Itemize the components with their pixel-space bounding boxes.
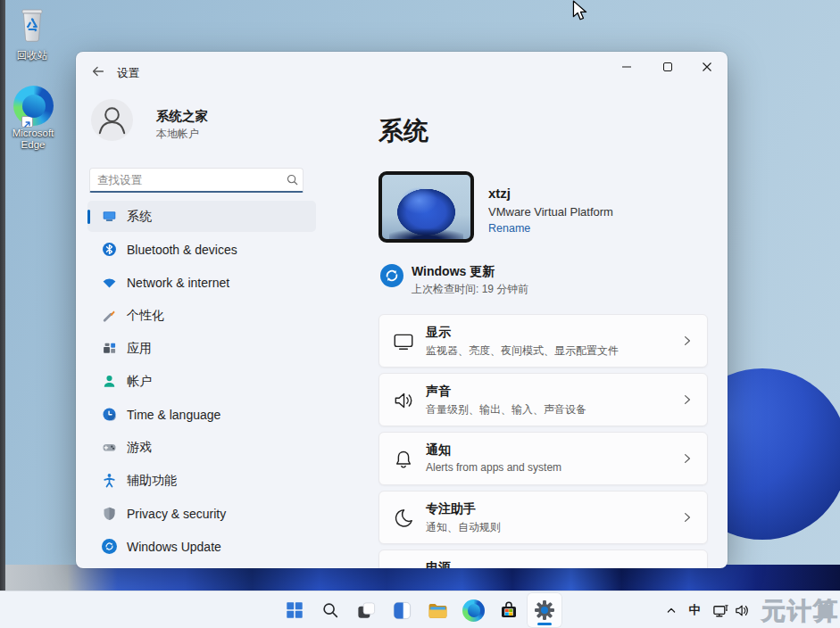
profile-account-type: 本地帐户: [156, 127, 199, 142]
sidebar-item-label: 个性化: [127, 308, 164, 324]
avatar[interactable]: [91, 99, 133, 141]
display-icon: [392, 330, 415, 353]
card-subtitle: Alerts from apps and system: [426, 461, 561, 474]
gaming-icon: [102, 440, 117, 455]
sound-icon: [392, 389, 415, 412]
windows-update-title[interactable]: Windows 更新: [412, 264, 495, 280]
sidebar-item-time-language[interactable]: Time & language: [87, 399, 316, 430]
sidebar-item-accessibility[interactable]: 辅助功能: [87, 465, 316, 496]
desktop-icon-edge[interactable]: Microsoft Edge: [4, 86, 62, 151]
device-image: [378, 171, 474, 243]
taskbar: 中: [0, 591, 840, 628]
profile-name: 系统之家: [156, 108, 208, 125]
search-icon: [281, 173, 303, 186]
page-title: 系统: [378, 114, 428, 148]
window-title: 设置: [117, 66, 139, 81]
sidebar-item-system[interactable]: 系统: [87, 201, 316, 232]
close-button[interactable]: [686, 52, 728, 82]
sidebar-item-label: Network & internet: [127, 276, 229, 290]
windows-update-icon: [380, 264, 403, 287]
network-icon: [102, 275, 117, 290]
desktop-icon-label: 回收站: [3, 50, 62, 62]
device-model: VMware Virtual Platform: [488, 205, 613, 219]
sidebar-item-personalization[interactable]: 个性化: [87, 300, 316, 331]
wallpaper-bloom-strip: [0, 565, 840, 591]
volume-tray-icon[interactable]: [730, 592, 753, 628]
search-input[interactable]: [90, 174, 281, 186]
card-power[interactable]: 电源: [378, 550, 708, 568]
bluetooth-icon: [102, 242, 117, 257]
windows-start-icon: [285, 600, 304, 620]
desktop-icon-label: Microsoft Edge: [5, 128, 61, 151]
card-title: 通知: [426, 442, 451, 459]
person-icon: [100, 122, 124, 133]
back-button[interactable]: [85, 60, 112, 83]
sidebar-item-windows-update[interactable]: Windows Update: [87, 531, 316, 562]
shortcut-arrow-icon: [21, 116, 33, 128]
sidebar-item-network-internet[interactable]: Network & internet: [87, 267, 316, 298]
sidebar-item-label: 应用: [127, 341, 152, 357]
file-explorer-button[interactable]: [420, 592, 455, 628]
chevron-right-icon: [680, 334, 694, 351]
maximize-button[interactable]: [647, 52, 688, 82]
sidebar-item-label: 帐户: [127, 374, 152, 390]
titlebar: 设置: [76, 52, 728, 93]
notifications-bell-icon: [392, 448, 415, 471]
focus-assist-moon-icon: [392, 507, 415, 530]
sidebar-item-label: 系统: [127, 209, 152, 225]
sidebar-item-accounts[interactable]: 帐户: [87, 366, 316, 397]
desktop-icon-recycle-bin[interactable]: 回收站: [3, 7, 62, 62]
store-button[interactable]: [491, 592, 527, 628]
sidebar-item-label: Time & language: [127, 408, 220, 422]
chevron-right-icon: [680, 392, 694, 410]
chevron-right-icon: [680, 451, 694, 469]
edge-button[interactable]: [455, 592, 491, 628]
chevron-right-icon: [680, 510, 694, 528]
card-title: 专注助手: [426, 501, 476, 517]
accounts-icon: [102, 374, 117, 389]
settings-window: 设置 系统之家 本地帐户 系统 Bluetooth & de: [76, 52, 728, 568]
system-icon: [102, 209, 117, 224]
sidebar-item-label: Privacy & security: [127, 507, 226, 521]
settings-button[interactable]: [527, 592, 562, 628]
card-title: 声音: [426, 384, 451, 400]
edge-icon: [13, 86, 54, 126]
settings-search[interactable]: [89, 168, 304, 193]
store-icon: [498, 599, 520, 621]
personalization-icon: [102, 308, 117, 323]
watermark: 元计算: [761, 595, 839, 627]
rename-link[interactable]: Rename: [488, 222, 530, 235]
sidebar-item-label: 辅助功能: [127, 473, 177, 489]
search-icon: [320, 600, 340, 620]
network-tray-icon[interactable]: [709, 592, 732, 628]
apps-icon: [102, 341, 117, 356]
privacy-shield-icon: [102, 506, 117, 521]
widgets-button[interactable]: [384, 592, 420, 628]
device-name: xtzj: [488, 186, 511, 201]
ime-indicator[interactable]: 中: [684, 592, 705, 628]
sidebar-item-apps[interactable]: 应用: [87, 333, 316, 364]
active-app-indicator: [537, 623, 552, 625]
widgets-icon: [392, 600, 412, 621]
task-view-button[interactable]: [348, 592, 384, 628]
card-focus-assist[interactable]: 专注助手 通知、自动规则: [378, 491, 708, 544]
card-sound[interactable]: 声音 音量级别、输出、输入、声音设备: [378, 373, 708, 426]
card-subtitle: 监视器、亮度、夜间模式、显示配置文件: [426, 343, 619, 359]
recycle-bin-icon: [17, 32, 47, 47]
accessibility-icon: [102, 473, 117, 488]
sidebar-item-gaming[interactable]: 游戏: [87, 432, 316, 463]
sidebar-item-label: 游戏: [127, 440, 152, 456]
start-button[interactable]: [277, 592, 312, 628]
card-notifications[interactable]: 通知 Alerts from apps and system: [378, 432, 708, 485]
sidebar-item-bluetooth-devices[interactable]: Bluetooth & devices: [87, 234, 316, 265]
card-subtitle: 音量级别、输出、输入、声音设备: [426, 402, 586, 417]
time-language-icon: [102, 407, 117, 422]
edge-icon: [462, 599, 485, 622]
search-button[interactable]: [312, 592, 348, 628]
card-display[interactable]: 显示 监视器、亮度、夜间模式、显示配置文件: [378, 314, 708, 368]
sidebar-item-privacy-security[interactable]: Privacy & security: [87, 498, 316, 529]
settings-gear-icon: [534, 599, 555, 621]
minimize-button[interactable]: [606, 52, 647, 82]
tray-show-hidden-icons[interactable]: [659, 592, 684, 628]
card-subtitle: 通知、自动规则: [426, 520, 501, 535]
